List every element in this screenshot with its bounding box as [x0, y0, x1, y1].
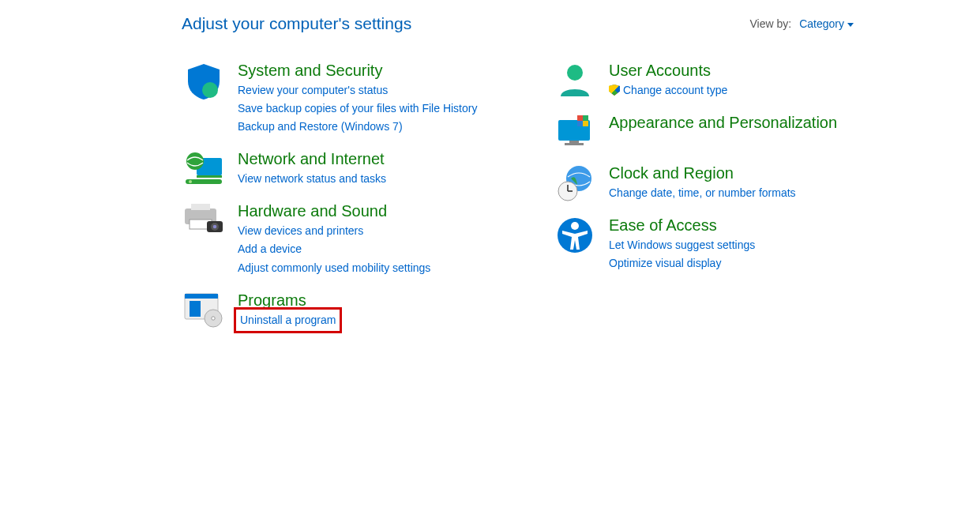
- category-network-internet: Network and Internet View network status…: [182, 150, 498, 188]
- category-user-accounts: User Accounts Change account type: [553, 62, 853, 100]
- svg-rect-24: [583, 121, 588, 126]
- svg-rect-19: [569, 141, 579, 143]
- category-clock-region: Clock and Region Change date, time, or n…: [553, 164, 853, 202]
- link-backup-win7[interactable]: Backup and Restore (Windows 7): [238, 118, 477, 136]
- svg-point-16: [212, 316, 215, 319]
- monitor-colors-icon: [553, 114, 597, 150]
- link-change-account-type[interactable]: Change account type: [609, 81, 727, 100]
- column-right: User Accounts Change account type: [553, 62, 853, 344]
- svg-rect-20: [565, 143, 584, 145]
- link-devices-printers[interactable]: View devices and printers: [238, 222, 430, 240]
- chevron-down-icon: [847, 23, 854, 27]
- category-title[interactable]: Ease of Access: [609, 216, 755, 235]
- category-title[interactable]: Programs: [238, 291, 338, 310]
- link-optimize-display[interactable]: Optimize visual display: [609, 254, 755, 272]
- svg-point-0: [202, 82, 218, 98]
- user-icon: [553, 62, 597, 100]
- link-file-history[interactable]: Save backup copies of your files with Fi…: [238, 100, 477, 118]
- category-title[interactable]: Clock and Region: [609, 164, 796, 182]
- category-columns: System and Security Review your computer…: [182, 62, 854, 344]
- printer-camera-icon: [182, 202, 226, 237]
- accessibility-icon: [553, 216, 597, 254]
- svg-rect-13: [185, 294, 218, 299]
- category-system-security: System and Security Review your computer…: [182, 62, 498, 136]
- highlight-box: Uninstall a program: [238, 311, 338, 329]
- viewby-label: View by:: [750, 17, 792, 30]
- svg-point-11: [213, 225, 217, 229]
- svg-point-30: [571, 222, 579, 230]
- page-title: Adjust your computer's settings: [182, 14, 411, 33]
- category-title[interactable]: Hardware and Sound: [238, 202, 430, 220]
- category-hardware-sound: Hardware and Sound View devices and prin…: [182, 202, 498, 276]
- category-ease-of-access: Ease of Access Let Windows suggest setti…: [553, 216, 853, 272]
- clock-globe-icon: [553, 164, 597, 202]
- link-review-status[interactable]: Review your computer's status: [238, 81, 477, 100]
- link-uninstall-program[interactable]: Uninstall a program: [240, 314, 336, 326]
- svg-point-5: [189, 180, 192, 183]
- svg-rect-14: [190, 301, 201, 317]
- svg-rect-23: [577, 121, 583, 126]
- viewby-control[interactable]: View by: Category: [750, 17, 854, 30]
- globe-monitor-icon: [182, 150, 226, 186]
- category-title[interactable]: Network and Internet: [238, 150, 386, 168]
- svg-point-3: [186, 152, 204, 170]
- svg-rect-2: [197, 175, 222, 178]
- header: Adjust your computer's settings View by:…: [182, 14, 854, 33]
- viewby-value[interactable]: Category: [799, 17, 854, 30]
- link-date-time-formats[interactable]: Change date, time, or number formats: [609, 184, 796, 202]
- link-network-status[interactable]: View network status and tasks: [238, 170, 386, 188]
- category-title[interactable]: User Accounts: [609, 62, 727, 80]
- category-title[interactable]: Appearance and Personalization: [609, 114, 837, 132]
- svg-rect-21: [577, 115, 583, 121]
- control-panel-page: Adjust your computer's settings View by:…: [0, 0, 980, 344]
- disc-window-icon: [182, 291, 226, 328]
- category-programs: Programs Uninstall a program: [182, 291, 498, 329]
- category-title[interactable]: System and Security: [238, 62, 477, 80]
- svg-rect-22: [583, 115, 588, 121]
- link-add-device[interactable]: Add a device: [238, 240, 430, 258]
- link-mobility[interactable]: Adjust commonly used mobility settings: [238, 259, 430, 277]
- column-left: System and Security Review your computer…: [182, 62, 498, 344]
- svg-rect-7: [191, 204, 210, 210]
- shield-icon: [182, 62, 226, 101]
- svg-point-17: [567, 65, 583, 81]
- link-suggest-settings[interactable]: Let Windows suggest settings: [609, 236, 755, 254]
- category-appearance: Appearance and Personalization: [553, 114, 853, 150]
